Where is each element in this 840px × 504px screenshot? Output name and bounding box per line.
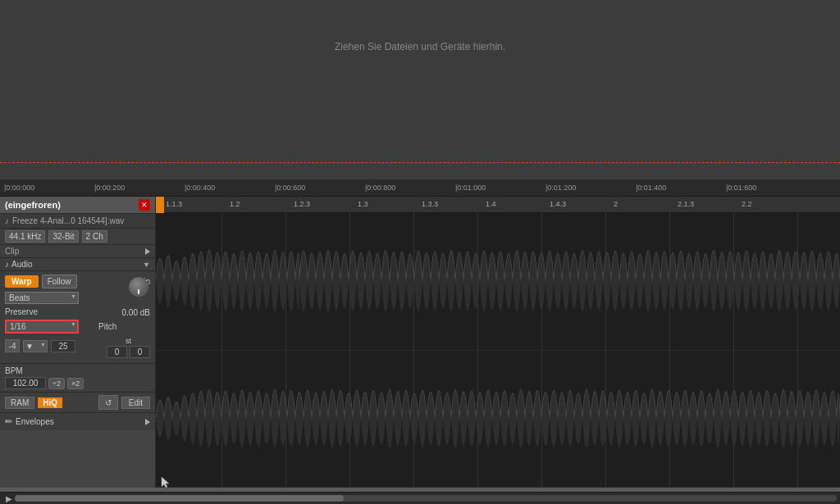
audio-dropdown-icon: ▼	[143, 261, 150, 269]
beat-mark-1_2: 1.2	[230, 200, 240, 208]
clip-info-row: 44.1 kHz 32-Bit 2 Ch	[0, 229, 155, 245]
gain-db-value: 0.00 dB	[122, 308, 150, 317]
warp-button[interactable]: Warp	[5, 275, 39, 288]
pencil-icon: ✏	[5, 416, 12, 427]
bpm-half-button[interactable]: ÷2	[48, 378, 65, 389]
transpose-wrapper[interactable]: ▼	[23, 340, 48, 352]
beat-mark-1_4_3: 1.4.3	[550, 200, 566, 208]
red-dashed-line	[0, 162, 840, 163]
beat-mark-2_2: 2.2	[742, 200, 752, 208]
beat-mark-1_3_3: 1.3.3	[422, 200, 438, 208]
clip-start-marker	[156, 197, 164, 213]
follow-button[interactable]: Follow	[42, 275, 77, 288]
gain-knob[interactable]	[129, 277, 148, 297]
waveform-tracks: // Can't run script in SVG here, so we e…	[156, 213, 840, 488]
clip-filename-text: Freeze 4-Anal...0 164544].wav	[12, 216, 124, 225]
audio-section-header[interactable]: ♪ Audio ▼	[0, 258, 155, 271]
ruler-mark-2: |0:00:400	[185, 184, 215, 192]
clip-section-row[interactable]: Clip	[0, 245, 155, 258]
arrangement-top: Ziehen Sie Dateien und Geräte hierhin.	[0, 0, 840, 180]
cursor-icon	[160, 476, 170, 489]
ruler-mark-0: |0:00:000	[4, 184, 34, 192]
preserve-label: Preserve	[5, 307, 38, 316]
bit-depth-badge: 32-Bit	[48, 230, 78, 243]
envelopes-arrow-icon	[145, 419, 150, 425]
beat-mark-2: 2	[614, 200, 618, 208]
clip-close-button[interactable]: ✕	[139, 199, 150, 211]
scrollbar-thumb[interactable]	[15, 495, 344, 502]
beat-mark-1_2_3: 1.2.3	[294, 200, 310, 208]
bpm-row: ÷2 ×2	[5, 377, 150, 389]
clip-section-arrow-icon	[145, 248, 150, 255]
preserve-wrapper[interactable]: 1/16 1/8 1/4	[5, 320, 79, 334]
clip-editor: (eingefroren) ✕ ♪ Freeze 4-Anal...0 1645…	[0, 197, 156, 488]
transpose-row: -4 ▼	[5, 339, 75, 352]
beats-mode-select[interactable]: Beats Tones Texture Re-Pitch Complex	[5, 292, 79, 304]
beat-mark-1_1_3: 1.1.3	[166, 200, 182, 208]
beat-header-spacer	[156, 197, 164, 212]
beat-header-timeline: 1.1.3 1.2 1.2.3 1.3 1.3.3 1.4 1.4.3 2 2.…	[164, 197, 840, 212]
pitch-fields-row	[107, 346, 150, 358]
hiq-button[interactable]: HiQ	[38, 397, 62, 408]
ruler-mark-5: |0:01:000	[455, 184, 486, 192]
ruler-mark-7: |0:01:400	[636, 184, 666, 192]
waveform-icon: ♪	[5, 216, 9, 225]
cursor-indicator	[160, 476, 170, 491]
drop-zone-text: Ziehen Sie Dateien und Geräte hierhin.	[335, 41, 505, 52]
clip-editor-header: (eingefroren) ✕	[0, 197, 155, 214]
envelopes-row[interactable]: ✏ Envelopes	[0, 413, 155, 430]
timeline-ruler: |0:00:000 |0:00:200 |0:00:400 |0:00:600 …	[0, 180, 840, 197]
ruler-mark-8: |0:01:600	[726, 184, 756, 192]
edit-button[interactable]: Edit	[121, 397, 150, 409]
warp-section: Warp Follow Gain Beats Tones Texture Re-…	[0, 271, 155, 364]
channels-badge: 2 Ch	[82, 230, 107, 243]
waveform-track-lower	[156, 351, 840, 488]
beat-mark-2_1_3: 2.1.3	[678, 200, 694, 208]
audio-section-label: ♪ Audio	[5, 260, 33, 269]
loop-icon: ↺	[105, 398, 112, 407]
pitch-fine-field[interactable]	[130, 346, 150, 358]
play-button[interactable]: ▶	[3, 493, 15, 504]
beat-mark-1_3: 1.3	[358, 200, 368, 208]
ruler-mark-1: |0:00:200	[94, 184, 125, 192]
waveform-track-upper: // Can't run script in SVG here, so we e…	[156, 213, 840, 351]
transpose-down-button[interactable]: -4	[5, 339, 20, 352]
beats-mode-wrapper[interactable]: Beats Tones Texture Re-Pitch Complex	[5, 292, 79, 304]
clip-section-label: Clip	[5, 247, 19, 256]
sample-rate-badge: 44.1 kHz	[5, 230, 45, 243]
speaker-icon: ♪	[5, 260, 9, 269]
bpm-double-button[interactable]: ×2	[67, 378, 84, 389]
transpose-select[interactable]: ▼	[23, 340, 48, 352]
preserve-select[interactable]: 1/16 1/8 1/4	[5, 320, 79, 334]
bottom-buttons-row: RAM HiQ ↺ Edit	[0, 393, 155, 413]
pitch-label: Pitch	[98, 322, 116, 331]
envelopes-label: ✏ Envelopes	[5, 416, 54, 427]
main-content: (eingefroren) ✕ ♪ Freeze 4-Anal...0 1645…	[0, 197, 840, 488]
bottom-scrollbar: ▶	[0, 492, 840, 504]
ram-button[interactable]: RAM	[5, 397, 34, 409]
pitch-coarse-field[interactable]	[107, 346, 127, 358]
ruler-mark-4: |0:00:800	[365, 184, 395, 192]
clip-filename-row: ♪ Freeze 4-Anal...0 164544].wav	[0, 214, 155, 229]
upper-waveform-svg: // Can't run script in SVG here, so we e…	[156, 213, 840, 350]
bpm-label: BPM	[5, 366, 150, 375]
fine-tune-field[interactable]	[51, 340, 75, 352]
bpm-field[interactable]	[5, 377, 46, 389]
st-label: st	[126, 337, 131, 345]
bpm-section: BPM ÷2 ×2	[0, 364, 155, 393]
clip-title: (eingefroren)	[5, 200, 61, 210]
waveform-area: 1.1.3 1.2 1.2.3 1.3 1.3.3 1.4 1.4.3 2 2.…	[156, 197, 840, 488]
loop-button[interactable]: ↺	[98, 395, 118, 410]
knob-indicator	[138, 289, 139, 294]
scrollbar-track[interactable]	[15, 495, 837, 502]
ruler-mark-3: |0:00:600	[275, 184, 305, 192]
beat-mark-1_4: 1.4	[486, 200, 496, 208]
beat-header-row: 1.1.3 1.2 1.2.3 1.3 1.3.3 1.4 1.4.3 2 2.…	[156, 197, 840, 213]
lower-waveform-svg	[156, 351, 840, 488]
ruler-mark-6: |0:01:200	[546, 184, 576, 192]
